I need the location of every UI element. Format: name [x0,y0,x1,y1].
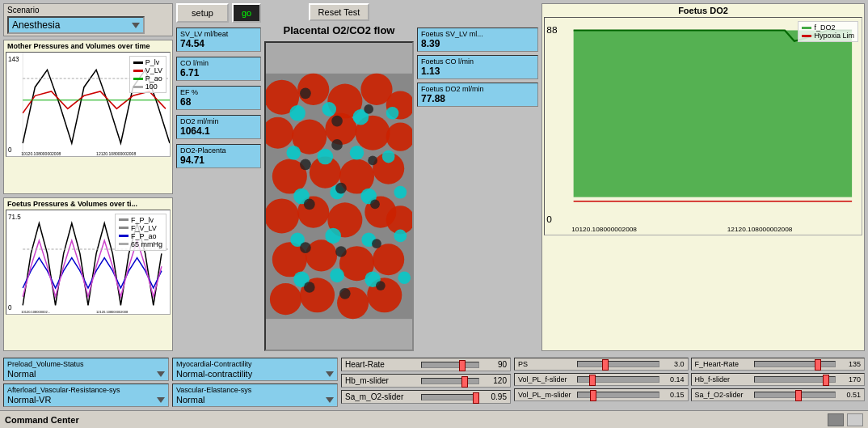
svg-point-67 [335,246,347,257]
svg-text:143: 143 [8,54,19,62]
foetus-do2-svg: 88 0 10120.108000002008 12120.1080000020… [545,18,862,235]
co-value: 6.71 [180,67,257,78]
svg-point-68 [372,239,381,248]
cmd-icon-1[interactable] [828,413,844,426]
sa-f-o2-name: Sa_f_O2-slider [695,391,752,399]
svg-point-54 [330,269,344,283]
svg-point-61 [331,139,343,150]
svg-point-40 [386,107,399,120]
hb-f-track[interactable] [754,376,836,383]
svg-point-59 [364,104,373,114]
hb-f-thumb[interactable] [823,375,829,386]
go-button[interactable]: go [232,3,261,23]
ps-track[interactable] [577,361,659,367]
foetus-do2-legend: f_DO2 Hypoxia Lim [798,21,858,42]
scenario-value: Anesthesia [12,19,60,31]
foetus-do2-chart-area: 88 0 10120.108000002008 12120.1080000020… [544,17,862,235]
hb-m-track[interactable] [421,378,479,384]
foetus-co-label: Foetus CO l/min [421,57,534,66]
ef-value: 68 [180,96,257,108]
f-heart-rate-value: 135 [838,360,861,368]
preload-dropdown-arrow[interactable] [157,371,165,377]
preload-box: Preload_Volume-Status Normal [3,358,169,381]
left-controls: Preload_Volume-Status Normal Afterload_V… [3,358,169,407]
rbc-svg [266,43,412,350]
reset-button[interactable]: Reset Test [309,3,370,21]
foetus-do2-chart-box: Foetus DO2 88 0 [541,3,865,351]
svg-point-64 [335,183,347,194]
myocardial-dropdown-arrow[interactable] [326,371,334,377]
vol-pl-m-value: 0.15 [662,391,685,399]
cmd-icon-2[interactable] [847,413,863,426]
foetus-legend-fvlv: F_V_LV [131,224,157,232]
ps-slider-box: PS 3.0 [514,358,689,371]
svg-point-65 [370,199,380,209]
sa-f-o2-thumb[interactable] [795,390,802,401]
vol-pl-m-thumb[interactable] [590,390,596,401]
vol-pl-f-thumb[interactable] [589,375,596,386]
svg-point-43 [350,146,364,160]
vol-pl-m-track[interactable] [577,392,659,398]
svg-text:88: 88 [546,25,557,34]
svg-point-50 [325,228,341,244]
myocardial-value: Normal-contractility [176,369,252,379]
heart-rate-thumb[interactable] [459,360,466,371]
f-heart-rate-thumb[interactable] [815,359,821,371]
svg-text:0: 0 [8,145,12,153]
do2-placenta-box: DO2-Placenta 94.71 [176,144,261,168]
foetus-do2-val-box: Foetus DO2 ml/min 77.88 [417,83,538,107]
sa-m-o2-slider-row: Sa_m_O2-slider 0.95 [341,390,511,404]
setup-button[interactable]: setup [176,3,229,23]
svg-point-66 [300,242,311,253]
svg-point-38 [322,102,336,117]
svg-text:0: 0 [546,214,552,223]
svg-point-37 [289,105,305,121]
svg-text:12120.108000002008: 12120.108000002008 [96,309,129,313]
foetus-pv-chart-box: Foetus Pressures & Volumes over ti... 71… [3,197,173,352]
co-label: CO l/min [180,59,257,67]
ps-thumb[interactable] [602,359,609,371]
foetus-do2-legend-fdo2: f_DO2 [814,23,835,32]
svg-point-48 [394,186,407,199]
f-heart-rate-track[interactable] [754,361,836,367]
sa-f-o2-slider-box: Sa_f_O2-slider 0.51 [691,388,866,401]
hb-m-slider-row: Hb_m-slider 120 [341,374,511,388]
foetus-co-box: Foetus CO l/min 1.13 [417,55,538,79]
foetus-legend-65: 65 mmHg [131,240,162,248]
placental-visual [264,41,414,351]
vol-pl-f-track[interactable] [577,376,659,383]
svg-rect-73 [574,30,852,197]
volplm-safo2-row: Vol_PL_m-slider 0.15 Sa_f_O2-slider 0.51 [514,388,865,401]
heart-rate-track[interactable] [421,362,479,368]
vascular-dropdown-arrow[interactable] [326,397,334,403]
sa-m-o2-track[interactable] [421,394,479,400]
svg-point-56 [398,271,411,284]
right-col: Foetus DO2 88 0 [541,3,865,351]
foetus-co-value: 1.13 [421,66,534,77]
vascular-value: Normal [176,395,204,405]
mother-legend-100: 100 [145,83,158,91]
mother-chart-area: 143 0 10120.108000002008 [6,52,171,157]
top-buttons: setup go [176,3,261,23]
foetus-do2-value: 77.88 [421,93,534,104]
do2-value: 1064.1 [180,125,257,137]
do2-placenta-value: 94.71 [180,155,257,166]
svg-text:71.5: 71.5 [8,212,21,220]
svg-point-69 [304,282,315,293]
vol-pl-f-slider-box: Vol_PL_f-slider 0.14 [514,373,689,386]
vol-pl-f-name: Vol_PL_f-slider [518,375,575,384]
foetus-legend: F_P_lv F_V_LV F_P_ao 65 mmHg [115,214,166,251]
sa-m-o2-name: Sa_m_O2-slider [345,392,418,401]
mother-chart-title: Mother Pressures and Volumes over time [6,42,171,50]
afterload-dropdown-arrow[interactable] [157,397,165,403]
svg-text:12120.108000002008: 12120.108000002008 [96,151,136,156]
scenario-select[interactable]: Anesthesia [7,16,145,34]
svg-point-24 [266,198,299,233]
sa-m-o2-thumb[interactable] [473,392,479,404]
mother-legend-pao: P_ao [145,74,162,83]
hb-m-thumb[interactable] [461,376,468,388]
hb-f-slider-box: Hb_f-slider 170 [691,373,866,386]
sa-f-o2-track[interactable] [754,392,836,398]
heart-rate-name: Heart-Rate [345,360,418,369]
foetus-do2-legend-hypoxia: Hypoxia Lim [814,32,854,40]
